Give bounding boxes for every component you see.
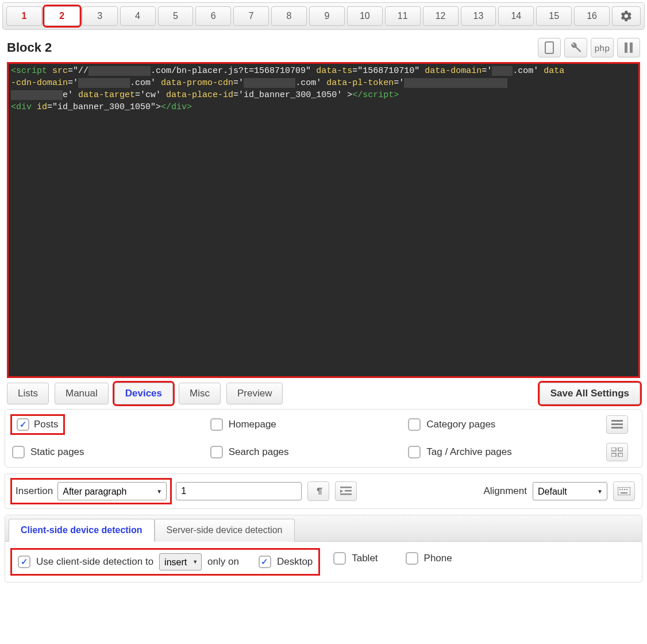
- svg-rect-7: [618, 448, 623, 451]
- posts-label: Posts: [34, 419, 59, 430]
- tab-3[interactable]: 3: [82, 6, 118, 26]
- pause-button[interactable]: [617, 38, 640, 57]
- list-view-button[interactable]: [606, 415, 628, 434]
- redacted: ████████████████████: [404, 78, 507, 88]
- tools-button[interactable]: [564, 38, 587, 57]
- detection-tabs: Client-side device detection Server-side…: [5, 515, 642, 542]
- tab-label: 15: [549, 11, 559, 21]
- desktop-checkbox[interactable]: [259, 556, 271, 568]
- tab-label: 5: [173, 11, 178, 21]
- detection-label-post: only on: [207, 556, 239, 568]
- tab-2[interactable]: 2: [44, 6, 80, 26]
- tab-label: 4: [135, 11, 140, 21]
- save-all-button[interactable]: Save All Settings: [540, 383, 640, 404]
- svg-rect-17: [626, 489, 627, 490]
- static-checkbox[interactable]: [12, 446, 25, 458]
- code-token: .com/bn-placer.js?t=1568710709": [151, 66, 316, 76]
- tab-label: 6: [211, 11, 216, 21]
- tab-label: 16: [587, 11, 597, 21]
- tab-label: 3: [97, 11, 102, 21]
- pilcrow-icon: [313, 486, 324, 496]
- svg-rect-13: [618, 487, 630, 495]
- tab-1[interactable]: 1: [6, 6, 42, 26]
- tab-4[interactable]: 4: [120, 6, 156, 26]
- code-token: data-domain: [425, 66, 482, 76]
- code-token: =': [233, 78, 244, 88]
- tag-label: Tag / Archive pages: [426, 446, 511, 458]
- tab-label: 8: [287, 11, 292, 21]
- preview-button[interactable]: Preview: [226, 383, 283, 404]
- code-token: -cdn-domain: [11, 78, 68, 88]
- redacted: ████: [492, 66, 513, 76]
- use-detection-checkbox[interactable]: [18, 556, 30, 568]
- settings-tab[interactable]: [612, 6, 641, 26]
- code-token: data: [544, 66, 564, 76]
- tab-label: 11: [398, 11, 408, 21]
- search-checkbox[interactable]: [210, 446, 223, 458]
- category-checkbox[interactable]: [408, 418, 421, 431]
- svg-rect-14: [619, 489, 621, 490]
- homepage-checkbox[interactable]: [210, 418, 223, 431]
- misc-button[interactable]: Misc: [179, 383, 221, 404]
- tab-14[interactable]: 14: [498, 6, 534, 26]
- code-token: data-pl-token: [326, 78, 394, 88]
- tab-9[interactable]: 9: [309, 6, 345, 26]
- tab-label: 2: [59, 11, 64, 21]
- posts-checkbox[interactable]: [17, 418, 29, 431]
- svg-rect-4: [611, 423, 623, 425]
- code-token: data-ts: [316, 66, 352, 76]
- lists-button[interactable]: Lists: [7, 383, 49, 404]
- tab-16[interactable]: 16: [574, 6, 610, 26]
- code-token: data-promo-cdn: [161, 78, 233, 88]
- svg-rect-3: [611, 420, 623, 422]
- grid-view-button[interactable]: [606, 443, 628, 461]
- server-detection-tab[interactable]: Server-side device detection: [155, 519, 295, 542]
- tag-checkbox[interactable]: [408, 446, 421, 458]
- tab-5[interactable]: 5: [158, 6, 194, 26]
- tab-label: 12: [436, 11, 446, 21]
- code-token: ="1568710710": [352, 66, 425, 76]
- detection-action-select[interactable]: insert: [159, 553, 202, 570]
- alignment-select[interactable]: Default: [533, 482, 607, 500]
- insertion-value-input[interactable]: [176, 482, 302, 500]
- tablet-checkbox[interactable]: [333, 552, 346, 565]
- block-tabs: 1 2 3 4 5 6 7 8 9 10 11 12 13 14 15 16: [2, 2, 645, 30]
- manual-button[interactable]: Manual: [55, 383, 109, 404]
- tab-12[interactable]: 12: [423, 6, 459, 26]
- tab-7[interactable]: 7: [233, 6, 269, 26]
- tab-label: 1: [21, 11, 26, 21]
- code-token: ="id_banner_300_1050">: [47, 102, 161, 112]
- redacted: ██████████: [244, 78, 295, 88]
- tab-6[interactable]: 6: [195, 6, 231, 26]
- svg-rect-1: [625, 43, 627, 53]
- devices-button[interactable]: Devices: [114, 383, 173, 404]
- tab-8[interactable]: 8: [271, 6, 307, 26]
- indent-button[interactable]: [335, 481, 357, 501]
- device-preview-button[interactable]: [538, 38, 561, 57]
- grid-icon: [611, 448, 623, 457]
- block-header: Block 2 php: [2, 36, 645, 62]
- php-button[interactable]: php: [591, 38, 614, 57]
- tab-15[interactable]: 15: [536, 6, 572, 26]
- tab-label: 14: [511, 11, 521, 21]
- search-label: Search pages: [229, 446, 289, 458]
- php-label: php: [595, 43, 610, 53]
- insertion-panel: Insertion After paragraph Alignment Defa…: [5, 473, 642, 509]
- tab-11[interactable]: 11: [385, 6, 421, 26]
- code-token: <script: [11, 66, 52, 76]
- svg-rect-11: [345, 490, 352, 492]
- code-token: =': [482, 66, 492, 76]
- options-toolbar: Lists Manual Devices Misc Preview Save A…: [2, 383, 645, 409]
- category-label: Category pages: [426, 419, 495, 430]
- tab-label: 13: [473, 11, 484, 21]
- phone-checkbox[interactable]: [406, 552, 418, 565]
- client-detection-tab[interactable]: Client-side device detection: [9, 519, 155, 542]
- tab-13[interactable]: 13: [461, 6, 496, 26]
- list-icon: [611, 420, 623, 429]
- block-title: Block 2: [7, 40, 534, 55]
- keyboard-button[interactable]: [613, 481, 635, 501]
- insertion-select[interactable]: After paragraph: [57, 482, 167, 500]
- paragraph-button[interactable]: [307, 481, 329, 501]
- tab-10[interactable]: 10: [347, 6, 383, 26]
- code-editor[interactable]: <script src="//████████████.com/bn-place…: [7, 62, 640, 378]
